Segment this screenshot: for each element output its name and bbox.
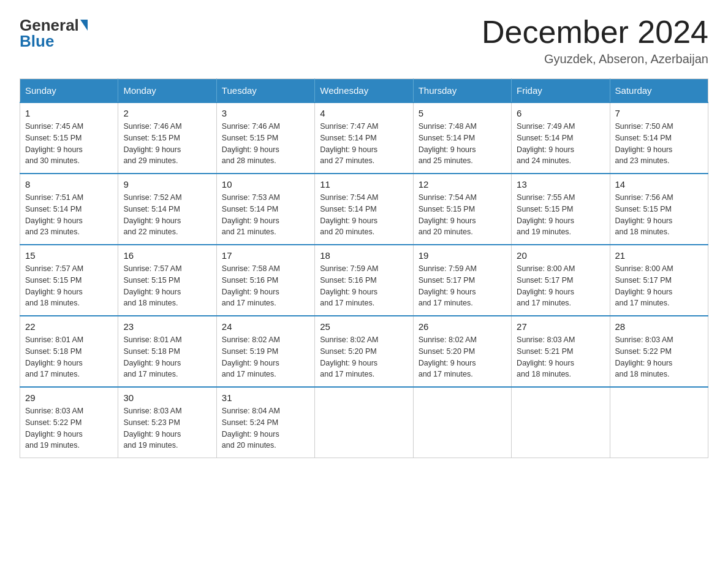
calendar-cell: 26 Sunrise: 8:02 AMSunset: 5:20 PMDaylig… [413,316,511,387]
day-number: 22 [25,321,113,332]
calendar-cell: 10 Sunrise: 7:53 AMSunset: 5:14 PMDaylig… [216,174,314,245]
calendar-week-1: 1 Sunrise: 7:45 AMSunset: 5:15 PMDayligh… [20,102,708,174]
title-block: December 2024 Gyuzdek, Abseron, Azerbaij… [482,15,708,66]
calendar-header-wednesday: Wednesday [315,79,413,103]
day-info: Sunrise: 7:47 AMSunset: 5:14 PMDaylight:… [320,122,378,165]
calendar-cell: 29 Sunrise: 8:03 AMSunset: 5:22 PMDaylig… [20,387,118,458]
day-info: Sunrise: 8:02 AMSunset: 5:19 PMDaylight:… [222,335,280,378]
day-number: 28 [615,321,703,332]
day-number: 5 [419,108,506,118]
day-info: Sunrise: 7:50 AMSunset: 5:14 PMDaylight:… [615,122,673,165]
day-number: 25 [320,321,408,332]
calendar-header-saturday: Saturday [610,79,708,103]
calendar-header-thursday: Thursday [413,79,511,103]
page-header: General Blue December 2024 Gyuzdek, Abse… [20,15,708,66]
day-info: Sunrise: 7:57 AMSunset: 5:15 PMDaylight:… [123,264,181,307]
day-info: Sunrise: 8:03 AMSunset: 5:21 PMDaylight:… [517,335,575,378]
calendar-header-friday: Friday [512,79,610,103]
location: Gyuzdek, Abseron, Azerbaijan [482,52,708,66]
day-info: Sunrise: 8:00 AMSunset: 5:17 PMDaylight:… [615,264,673,307]
day-number: 2 [123,108,211,118]
calendar-cell: 17 Sunrise: 7:58 AMSunset: 5:16 PMDaylig… [216,245,314,316]
calendar-cell: 15 Sunrise: 7:57 AMSunset: 5:15 PMDaylig… [20,245,118,316]
calendar-cell: 22 Sunrise: 8:01 AMSunset: 5:18 PMDaylig… [20,316,118,387]
day-info: Sunrise: 8:01 AMSunset: 5:18 PMDaylight:… [25,335,83,378]
day-number: 27 [517,321,604,332]
day-info: Sunrise: 7:56 AMSunset: 5:15 PMDaylight:… [615,193,673,236]
day-number: 8 [25,179,113,190]
logo-blue: Blue [20,33,54,49]
day-info: Sunrise: 8:04 AMSunset: 5:24 PMDaylight:… [222,407,280,450]
day-number: 7 [615,108,703,118]
day-info: Sunrise: 8:02 AMSunset: 5:20 PMDaylight:… [320,335,378,378]
day-number: 14 [615,179,703,190]
day-number: 10 [222,179,309,190]
calendar-cell [315,387,413,458]
day-number: 13 [517,179,604,190]
calendar-cell: 30 Sunrise: 8:03 AMSunset: 5:23 PMDaylig… [118,387,216,458]
day-number: 23 [123,321,211,332]
day-info: Sunrise: 7:55 AMSunset: 5:15 PMDaylight:… [517,193,575,236]
calendar-header-tuesday: Tuesday [216,79,314,103]
day-number: 31 [222,393,309,403]
day-number: 26 [419,321,506,332]
day-info: Sunrise: 7:46 AMSunset: 5:15 PMDaylight:… [222,122,280,165]
day-number: 3 [222,108,309,118]
calendar-cell: 1 Sunrise: 7:45 AMSunset: 5:15 PMDayligh… [20,102,118,174]
calendar-cell: 27 Sunrise: 8:03 AMSunset: 5:21 PMDaylig… [512,316,610,387]
calendar-cell: 25 Sunrise: 8:02 AMSunset: 5:20 PMDaylig… [315,316,413,387]
calendar-cell: 5 Sunrise: 7:48 AMSunset: 5:14 PMDayligh… [413,102,511,174]
calendar-cell: 11 Sunrise: 7:54 AMSunset: 5:14 PMDaylig… [315,174,413,245]
calendar-cell: 4 Sunrise: 7:47 AMSunset: 5:14 PMDayligh… [315,102,413,174]
calendar-week-4: 22 Sunrise: 8:01 AMSunset: 5:18 PMDaylig… [20,316,708,387]
calendar-cell [512,387,610,458]
calendar-header-sunday: Sunday [20,79,118,103]
calendar-cell: 23 Sunrise: 8:01 AMSunset: 5:18 PMDaylig… [118,316,216,387]
logo-arrow-icon [80,20,88,31]
day-info: Sunrise: 8:02 AMSunset: 5:20 PMDaylight:… [419,335,477,378]
day-number: 11 [320,179,408,190]
calendar-week-2: 8 Sunrise: 7:51 AMSunset: 5:14 PMDayligh… [20,174,708,245]
day-info: Sunrise: 7:51 AMSunset: 5:14 PMDaylight:… [25,193,83,236]
calendar-cell: 21 Sunrise: 8:00 AMSunset: 5:17 PMDaylig… [610,245,708,316]
day-info: Sunrise: 7:59 AMSunset: 5:16 PMDaylight:… [320,264,378,307]
day-number: 18 [320,250,408,261]
calendar-cell [610,387,708,458]
day-number: 17 [222,250,309,261]
month-title: December 2024 [482,15,708,50]
calendar-header-row: SundayMondayTuesdayWednesdayThursdayFrid… [20,79,708,103]
calendar-cell: 14 Sunrise: 7:56 AMSunset: 5:15 PMDaylig… [610,174,708,245]
day-number: 20 [517,250,604,261]
day-info: Sunrise: 7:58 AMSunset: 5:16 PMDaylight:… [222,264,280,307]
day-info: Sunrise: 7:59 AMSunset: 5:17 PMDaylight:… [419,264,477,307]
day-info: Sunrise: 8:03 AMSunset: 5:22 PMDaylight:… [25,407,83,450]
calendar-header-monday: Monday [118,79,216,103]
calendar-cell: 19 Sunrise: 7:59 AMSunset: 5:17 PMDaylig… [413,245,511,316]
day-info: Sunrise: 8:01 AMSunset: 5:18 PMDaylight:… [123,335,181,378]
day-number: 30 [123,393,211,403]
calendar-cell: 12 Sunrise: 7:54 AMSunset: 5:15 PMDaylig… [413,174,511,245]
calendar-cell: 8 Sunrise: 7:51 AMSunset: 5:14 PMDayligh… [20,174,118,245]
day-info: Sunrise: 7:52 AMSunset: 5:14 PMDaylight:… [123,193,181,236]
day-info: Sunrise: 7:54 AMSunset: 5:14 PMDaylight:… [320,193,378,236]
calendar-cell: 18 Sunrise: 7:59 AMSunset: 5:16 PMDaylig… [315,245,413,316]
day-info: Sunrise: 8:00 AMSunset: 5:17 PMDaylight:… [517,264,575,307]
day-number: 29 [25,393,113,403]
calendar-cell: 13 Sunrise: 7:55 AMSunset: 5:15 PMDaylig… [512,174,610,245]
calendar-cell: 6 Sunrise: 7:49 AMSunset: 5:14 PMDayligh… [512,102,610,174]
calendar-cell [413,387,511,458]
day-number: 1 [25,108,113,118]
calendar-cell: 9 Sunrise: 7:52 AMSunset: 5:14 PMDayligh… [118,174,216,245]
day-number: 9 [123,179,211,190]
day-number: 21 [615,250,703,261]
calendar-cell: 28 Sunrise: 8:03 AMSunset: 5:22 PMDaylig… [610,316,708,387]
day-info: Sunrise: 7:48 AMSunset: 5:14 PMDaylight:… [419,122,477,165]
day-info: Sunrise: 7:54 AMSunset: 5:15 PMDaylight:… [419,193,477,236]
calendar-cell: 7 Sunrise: 7:50 AMSunset: 5:14 PMDayligh… [610,102,708,174]
day-number: 15 [25,250,113,261]
calendar-week-3: 15 Sunrise: 7:57 AMSunset: 5:15 PMDaylig… [20,245,708,316]
calendar-cell: 20 Sunrise: 8:00 AMSunset: 5:17 PMDaylig… [512,245,610,316]
day-number: 16 [123,250,211,261]
day-info: Sunrise: 7:53 AMSunset: 5:14 PMDaylight:… [222,193,280,236]
calendar-cell: 3 Sunrise: 7:46 AMSunset: 5:15 PMDayligh… [216,102,314,174]
